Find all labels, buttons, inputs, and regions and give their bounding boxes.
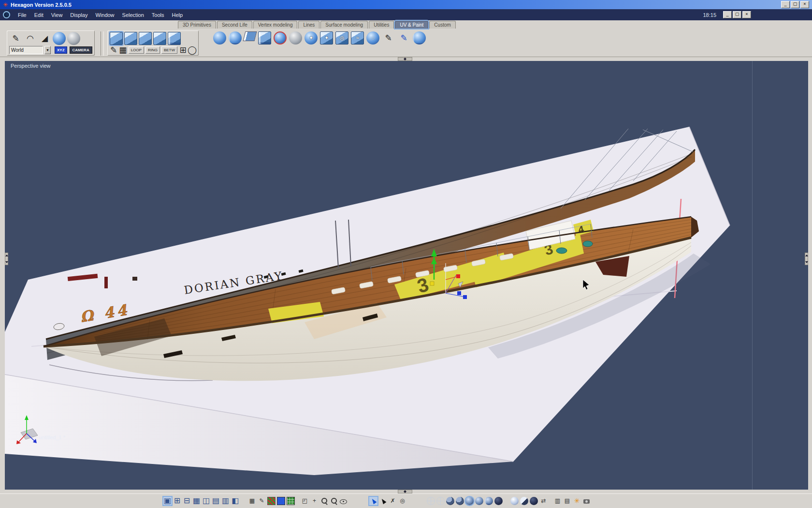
swap-view-icon[interactable]: ⇄ [539,497,548,505]
camera-projection-icon[interactable] [274,31,287,45]
default-light-icon[interactable] [510,497,519,505]
planar-projection-icon[interactable] [243,31,257,41]
render-icon[interactable]: ✳ [573,497,581,505]
sphere-tool-icon[interactable] [53,32,66,45]
pane-split-handle-top[interactable] [398,57,412,61]
maximize-button[interactable]: ▢ [791,1,799,8]
frame-all-icon[interactable]: ◰ [301,497,309,505]
curve-tool-icon[interactable]: ◠ [24,32,37,45]
texture-sphere-icon[interactable] [413,31,426,45]
flat-shading-icon[interactable] [446,497,454,505]
layout-four-views-icon[interactable]: ⊞ [173,497,181,505]
pick-select-icon[interactable] [369,497,377,505]
grow-selection-icon[interactable]: ⊞ [179,46,187,54]
tab-custom[interactable]: Custom [429,21,455,29]
xyz-axes-button[interactable]: XYZ [55,46,67,54]
doc-minimize-button[interactable]: _ [723,11,732,18]
arc-tool-icon[interactable]: ◢ [38,32,51,45]
shrink-selection-icon[interactable]: ◯ [188,46,196,54]
menu-file[interactable]: File [14,12,30,18]
smooth-shading-icon[interactable] [465,497,474,505]
select-faces-mode-icon[interactable] [139,32,152,45]
uv-pick-icon[interactable]: ✦ [304,31,318,45]
select-visible-icon[interactable]: ✎ [110,46,118,54]
world-space-select[interactable]: World [9,46,43,54]
select-uvs-mode-icon[interactable] [168,32,181,45]
smooth-wire-shading-icon[interactable] [475,497,483,505]
paint-select-icon[interactable]: ◎ [398,497,406,505]
flat-wire-shading-icon[interactable] [456,497,464,505]
remove-select-icon[interactable]: ✗ [389,497,397,505]
headlight-icon[interactable] [520,497,528,505]
loop-selection-button[interactable]: LOOP [129,46,144,54]
checker-preview-icon[interactable] [267,497,276,505]
layout-grid-icon[interactable]: ▦ [192,497,201,505]
pan-view-icon[interactable]: + [310,497,319,505]
camera-space-button[interactable]: CAMERA [70,46,92,54]
menu-tools[interactable]: Tools [148,12,168,18]
scene-lights-icon[interactable] [530,497,538,505]
textured-shading-icon[interactable] [485,497,493,505]
menu-help[interactable]: Help [168,12,187,18]
select-objects-mode-icon[interactable] [153,32,166,45]
select-points-mode-icon[interactable] [110,32,123,45]
viewport-canvas[interactable]: Ω 44 DORIAN GRAY [5,61,752,490]
pane-split-handle-bottom[interactable] [398,490,412,493]
doc-restore-button[interactable]: ▢ [733,11,741,18]
menu-view[interactable]: View [47,12,67,18]
uv-ring-icon[interactable]: ◌ [366,31,379,45]
layout-single-icon[interactable]: ▣ [163,497,172,505]
select-area-icon[interactable]: ▦ [119,46,127,54]
paint-airbrush-icon[interactable]: ✎ [397,31,410,45]
minimize-button[interactable]: _ [781,1,790,8]
paint-brush-icon[interactable]: ✎ [382,31,395,45]
add-select-icon[interactable] [379,497,387,505]
tab-lines[interactable]: Lines [298,21,319,29]
menu-display[interactable]: Display [66,12,91,18]
select-edges-mode-icon[interactable] [124,32,137,45]
wireframe-shading-icon[interactable] [427,497,435,505]
pane-split-handle-left[interactable] [5,253,8,265]
textured-wire-shading-icon[interactable] [494,497,503,505]
hidden-line-shading-icon[interactable] [436,497,445,505]
tab-second-life[interactable]: Second Life [217,21,252,29]
world-space-dropdown-arrow-icon[interactable]: ▼ [44,46,51,54]
snapshot-camera-icon[interactable] [582,497,591,505]
layout-columns-icon[interactable]: ▥ [221,497,230,505]
menu-selection[interactable]: Selection [118,12,148,18]
tab-vertex-modeling[interactable]: Vertex modeling [253,21,298,29]
tab-surface-modeling[interactable]: Surface modeling [320,21,368,29]
zoom-region-icon[interactable] [320,497,328,505]
pane-split-handle-right[interactable] [805,253,808,265]
between-selection-button[interactable]: BETW [161,46,177,54]
stats-icon[interactable]: ▤ [563,497,571,505]
zoom-view-icon[interactable] [330,497,338,505]
pane-divider[interactable] [752,61,753,490]
ring-selection-button[interactable]: RING [145,46,160,54]
perspective-viewport[interactable]: Ω 44 DORIAN GRAY [5,61,808,490]
cylindrical-projection-icon[interactable] [229,31,242,45]
menu-edit[interactable]: Edit [30,12,47,18]
solid-color-icon[interactable] [277,497,285,505]
spherical-projection-icon[interactable] [213,31,226,45]
panels-icon[interactable]: ▥ [553,497,562,505]
cubic-projection-icon[interactable] [258,31,271,45]
tab-3d-primitives[interactable]: 3D Primitives [178,21,216,29]
layout-two-rows-icon[interactable]: ⊟ [183,497,191,505]
doc-close-button[interactable]: × [742,11,751,18]
layout-two-columns-icon[interactable]: ◫ [202,497,210,505]
layout-rows-icon[interactable]: ▤ [212,497,220,505]
pen-tool-icon[interactable]: ✎ [9,32,22,45]
tab-utilities[interactable]: Utilities [369,21,394,29]
grid-texture-icon[interactable] [287,497,295,505]
uv-relax-icon[interactable]: ≈ [351,31,364,45]
uv-unwrap-icon[interactable] [289,31,302,45]
visibility-icon[interactable] [339,497,348,505]
paint-mode-icon[interactable]: ✎ [258,497,266,505]
layout-split-icon[interactable]: ◧ [231,497,239,505]
uv-pin-icon[interactable]: ✦ [320,31,333,45]
uv-grid-edit-icon[interactable]: ▦ [248,497,256,505]
soft-select-tool-icon[interactable] [67,32,80,45]
close-button[interactable]: × [800,1,809,8]
uv-magnify-icon[interactable]: ◎ [335,31,348,45]
